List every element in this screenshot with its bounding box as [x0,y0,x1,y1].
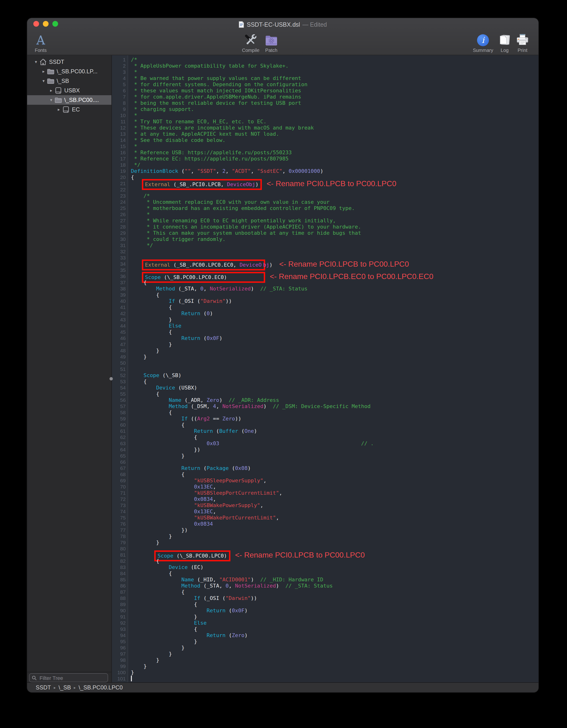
disclosure-closed-icon[interactable]: ▸ [48,88,54,93]
breadcrumb[interactable]: SSDT▸\_SB▸\_SB.PC00.LPC0 [27,682,538,692]
log-button[interactable]: Log [496,31,513,55]
code-line[interactable]: 25 * motherboard has an existing embedde… [112,205,538,211]
breadcrumb-segment[interactable]: SSDT [36,684,51,691]
code-line[interactable]: 99 } [112,663,538,669]
code-line[interactable]: 34 External (_SB_.PC00.LPC0.EC0, DeviceO… [112,261,538,267]
summary-button[interactable]: i Summary [470,31,496,55]
code-line[interactable]: 48 } [112,348,538,354]
code-line[interactable]: 77 }) [112,527,538,533]
disclosure-open-icon[interactable]: ▾ [40,79,47,83]
tree-item-ssdt[interactable]: ▾SSDT [27,57,111,67]
code-line[interactable]: 10 * [112,112,538,119]
code-line[interactable]: 76 0x0834 [112,521,538,527]
code-line[interactable]: 85 Name (_HID, "ACID0001") // _HID: Hard… [112,577,538,583]
code-line[interactable]: 69 "kUSBSleepPowerSupply", [112,478,538,484]
code-line[interactable]: 4 * Be warned that power supply values c… [112,75,538,81]
tree-item-sbpc00[interactable]: ▾\_SB.PC00.... [27,95,111,105]
code-line[interactable]: 73 "kUSBWakePowerSupply", [112,502,538,509]
code-line[interactable]: 29 * This can make your system unbootabl… [112,230,538,236]
code-line[interactable]: 8 * being the most reliable device for t… [112,100,538,106]
code-line[interactable]: 91 } [112,614,538,620]
code-line[interactable]: 57 Method (_DSM, 4, NotSerialized) // _D… [112,403,538,409]
disclosure-open-icon[interactable]: ▾ [48,98,54,102]
code-line[interactable]: 45 { [112,329,538,335]
code-line[interactable]: 54 Device (USBX) [112,385,538,391]
disclosure-closed-icon[interactable]: ▸ [56,107,62,112]
code-line[interactable]: 22 [112,187,538,193]
code-line[interactable]: 72 0x0834, [112,496,538,502]
code-line[interactable]: 27 * While renaming EC0 to EC might pote… [112,218,538,224]
code-line[interactable]: 79 } [112,539,538,546]
code-line[interactable]: 60 { [112,422,538,428]
tree-item-sbpc00lp[interactable]: ▸\_SB.PC00.LP... [27,67,111,76]
code-line[interactable]: 84 { [112,570,538,577]
patch-button[interactable]: Patch [262,31,280,55]
code-line[interactable]: 88 If (_OSI ("Darwin")) [112,595,538,601]
code-line[interactable]: 65 } [112,453,538,459]
code-line[interactable]: 94 Return (Zero) [112,632,538,638]
code-line[interactable]: 56 Name (_ADR, Zero) // _ADR: Address [112,397,538,403]
code-line[interactable]: 21 External (_SB_.PCI0.LPCB, DeviceObj)<… [112,180,538,187]
code-line[interactable]: 39 { [112,292,538,298]
tree-item-usbx[interactable]: ▸USBX [27,86,111,95]
code-line[interactable]: 78 } [112,533,538,539]
fonts-button[interactable]: A Fonts [32,31,50,55]
code-editor[interactable]: 1/*2 * AppleUsbPower compatibility table… [112,55,538,683]
code-line[interactable]: 14 * See the disable code below. [112,137,538,143]
code-line[interactable]: 83 Device (EC) [112,564,538,570]
code-line[interactable]: 23 /* [112,193,538,199]
breadcrumb-segment[interactable]: \_SB [59,684,71,691]
code-line[interactable]: 24 * Uncomment replacing EC0 with your o… [112,199,538,205]
code-line[interactable]: 40 If (_OSI ("Darwin")) [112,298,538,304]
code-line[interactable]: 43 } [112,317,538,323]
code-line[interactable]: 95 } [112,638,538,645]
code-line[interactable]: 42 Return (0) [112,310,538,317]
code-line[interactable]: 1/* [112,57,538,63]
code-line[interactable]: 3 * [112,69,538,75]
code-line[interactable]: 75 "kUSBWakePortCurrentLimit", [112,515,538,521]
code-line[interactable]: 31 */ [112,242,538,249]
code-line[interactable]: 98 } [112,657,538,663]
breadcrumb-segment[interactable]: \_SB.PC00.LPC0 [79,684,123,691]
code-line[interactable]: 59 If ((Arg2 == Zero)) [112,416,538,422]
code-line[interactable]: 28 * it connects an incompatible driver … [112,224,538,230]
code-line[interactable]: 67 Return (Package (0x08) [112,465,538,471]
code-line[interactable]: 61 Return (Buffer (One) [112,428,538,434]
code-line[interactable]: 89 { [112,601,538,608]
code-line[interactable]: 44 Else [112,323,538,329]
titlebar[interactable]: SSDT-EC-USBX.dsl — Edited [27,18,538,31]
code-line[interactable]: 81 Scope (\_SB.PC00.LPC0)<- Rename PCI0.… [112,552,538,558]
code-line[interactable]: 100} [112,669,538,676]
tree-item-sb[interactable]: ▾\_SB [27,76,111,86]
code-line[interactable]: 51 [112,366,538,372]
code-line[interactable]: 19DefinitionBlock ("", "SSDT", 2, "ACDT"… [112,168,538,174]
code-line[interactable]: 62 { [112,434,538,440]
code-line[interactable]: 9 * charging support. [112,106,538,112]
code-line[interactable]: 6 * these values must match injected IOK… [112,88,538,94]
disclosure-open-icon[interactable]: ▾ [33,60,39,64]
code-line[interactable]: 52 Scope (\_SB) [112,372,538,379]
code-line[interactable]: 55 { [112,391,538,397]
code-line[interactable]: 11 * Try NOT to rename EC0, H_EC, etc. t… [112,119,538,125]
code-line[interactable]: 15 * [112,143,538,150]
code-line[interactable]: 41 { [112,304,538,310]
code-line[interactable]: 37 { [112,279,538,286]
compile-button[interactable]: Compile [239,31,262,55]
code-line[interactable]: 90 Return (0x0F) [112,608,538,614]
code-line[interactable]: 18 */ [112,162,538,168]
code-line[interactable]: 26 * [112,211,538,218]
code-line[interactable]: 74 0x13EC, [112,509,538,515]
code-line[interactable]: 5 * for different systems. Depending on … [112,81,538,88]
code-line[interactable]: 87 { [112,589,538,595]
code-line[interactable]: 64 }) [112,447,538,453]
filter-tree-input[interactable] [39,674,105,681]
code-line[interactable]: 92 Else [112,620,538,626]
code-line[interactable]: 50 [112,360,538,366]
code-line[interactable]: 66 [112,459,538,465]
print-button[interactable]: Print [513,31,532,55]
code-line[interactable]: 58 { [112,409,538,416]
splitter-handle[interactable] [109,377,113,380]
code-line[interactable]: 82 { [112,558,538,564]
code-line[interactable]: 101 [112,676,538,682]
code-line[interactable]: 49 } [112,354,538,360]
